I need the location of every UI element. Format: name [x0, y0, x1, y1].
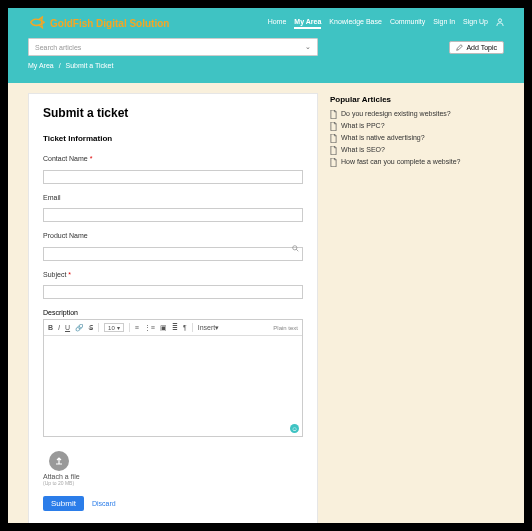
discard-button[interactable]: Discard	[92, 500, 116, 507]
editor-badge-icon: ☺	[290, 424, 299, 433]
brand-logo[interactable]: GoldFish Digital Solution	[28, 16, 169, 30]
document-icon	[330, 122, 337, 130]
strike-button[interactable]: S̶	[89, 324, 93, 332]
bold-button[interactable]: B	[48, 324, 53, 331]
brand-name: GoldFish Digital Solution	[50, 18, 169, 29]
align-button[interactable]: ≣	[172, 324, 178, 332]
list-ul-button[interactable]: ⋮≡	[144, 324, 155, 332]
article-item[interactable]: How fast can you complete a website?	[330, 158, 504, 166]
article-item[interactable]: What is SEO?	[330, 146, 504, 154]
product-name-label: Product Name	[43, 232, 303, 239]
subject-label: Subject *	[43, 271, 303, 278]
document-icon	[330, 134, 337, 142]
plain-text-toggle[interactable]: Plain text	[273, 325, 298, 331]
description-textarea[interactable]: ☺	[44, 336, 302, 436]
add-topic-label: Add Topic	[466, 44, 497, 51]
attach-label: Attach a file	[43, 473, 303, 480]
contact-name-label: Contact Name *	[43, 155, 303, 162]
article-item[interactable]: Do you redesign existing websites?	[330, 110, 504, 118]
insert-menu[interactable]: Insert ▾	[198, 324, 220, 332]
search-input[interactable]: Search articles ⌄	[28, 38, 318, 56]
section-title: Ticket Information	[43, 134, 303, 143]
nav-knowledge-base[interactable]: Knowledge Base	[329, 18, 382, 29]
svg-point-0	[498, 18, 501, 21]
top-nav: Home My Area Knowledge Base Community Si…	[268, 18, 504, 29]
ticket-form-card: Submit a ticket Ticket Information Conta…	[28, 93, 318, 523]
nav-my-area[interactable]: My Area	[294, 18, 321, 29]
sidebar-heading: Popular Articles	[330, 95, 504, 104]
nav-sign-in[interactable]: Sign In	[433, 18, 455, 29]
article-item[interactable]: What is native advertising?	[330, 134, 504, 142]
document-icon	[330, 110, 337, 118]
attach-hint: (Up to 20 MB)	[43, 480, 303, 486]
pencil-icon	[456, 44, 463, 51]
contact-name-input[interactable]	[43, 170, 303, 184]
search-placeholder: Search articles	[35, 44, 81, 51]
link-button[interactable]: 🔗	[75, 324, 84, 332]
nav-sign-up[interactable]: Sign Up	[463, 18, 488, 29]
email-label: Email	[43, 194, 303, 201]
page-title: Submit a ticket	[43, 106, 303, 120]
submit-button[interactable]: Submit	[43, 496, 84, 511]
search-icon[interactable]	[292, 245, 299, 252]
image-button[interactable]: ▣	[160, 324, 167, 332]
svg-line-2	[296, 249, 298, 251]
app-frame: GoldFish Digital Solution Home My Area K…	[8, 8, 524, 523]
breadcrumb-my-area[interactable]: My Area	[28, 62, 54, 69]
add-topic-button[interactable]: Add Topic	[449, 41, 504, 54]
header: GoldFish Digital Solution Home My Area K…	[8, 8, 524, 83]
goldfish-icon	[28, 16, 46, 30]
chevron-down-icon: ⌄	[305, 43, 311, 51]
nav-home[interactable]: Home	[268, 18, 287, 29]
document-icon	[330, 158, 337, 166]
email-input[interactable]	[43, 208, 303, 222]
list-ol-button[interactable]: ≡	[135, 324, 139, 331]
rich-text-editor: B I U 🔗 S̶ 10▾ ≡ ⋮≡ ▣ ≣ ¶ Insert ▾ Plain…	[43, 319, 303, 437]
popular-articles-sidebar: Popular Articles Do you redesign existin…	[330, 93, 504, 523]
document-icon	[330, 146, 337, 154]
attach-file[interactable]: Attach a file (Up to 20 MB)	[43, 451, 303, 486]
editor-toolbar: B I U 🔗 S̶ 10▾ ≡ ⋮≡ ▣ ≣ ¶ Insert ▾ Plain…	[44, 320, 302, 336]
nav-community[interactable]: Community	[390, 18, 425, 29]
user-icon[interactable]	[496, 18, 504, 29]
product-name-input[interactable]	[43, 247, 303, 261]
italic-button[interactable]: I	[58, 324, 60, 331]
article-item[interactable]: What is PPC?	[330, 122, 504, 130]
subject-input[interactable]	[43, 285, 303, 299]
quote-button[interactable]: ¶	[183, 324, 187, 331]
upload-icon	[49, 451, 69, 471]
description-label: Description	[43, 309, 303, 316]
underline-button[interactable]: U	[65, 324, 70, 331]
breadcrumb-current: Submit a Ticket	[66, 62, 114, 69]
font-size-select[interactable]: 10▾	[104, 323, 124, 332]
breadcrumb: My Area / Submit a Ticket	[28, 62, 504, 69]
